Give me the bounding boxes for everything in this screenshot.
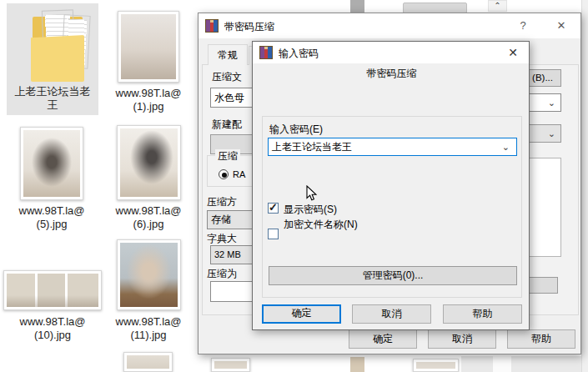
encrypt-names-checkbox[interactable] xyxy=(268,229,279,239)
folder-icon xyxy=(31,10,88,83)
format-group-label: 压缩 xyxy=(215,149,240,163)
winrar-icon xyxy=(259,46,273,59)
photo-thumbnail xyxy=(20,127,83,200)
file-item[interactable]: www.98T.la@ (1).jpg xyxy=(115,11,182,114)
file-name-bottom: (11).jpg xyxy=(115,329,182,342)
password-dialog-titlebar[interactable]: 输入密码 ✕ xyxy=(253,42,529,63)
background-area xyxy=(493,356,511,372)
compress-dialog-title: 带密码压缩 xyxy=(224,20,274,34)
winrar-icon xyxy=(205,19,219,33)
show-password-checkbox[interactable]: ✓ xyxy=(268,203,279,214)
file-name-bottom: (6).jpg xyxy=(115,218,182,231)
file-name-bottom: (5).jpg xyxy=(18,218,85,231)
file-item[interactable]: www.98T.la@ (5).jpg xyxy=(18,127,85,231)
compress-dialog-titlebar[interactable]: 带密码压缩 ? ✕ xyxy=(199,13,580,38)
show-password-label: 显示密码(S) xyxy=(284,203,337,217)
check-icon: ✓ xyxy=(269,201,278,214)
file-name-top: www.98T.la@ xyxy=(3,315,102,329)
file-name-top: www.98T.la@ xyxy=(18,204,85,218)
background-window-fragment xyxy=(350,0,364,13)
chevron-down-icon: ⌄ xyxy=(548,94,555,111)
scroll-up-button[interactable]: ⌃ xyxy=(488,0,507,12)
photo-thumbnail-partial[interactable] xyxy=(413,359,459,372)
manage-passwords-button[interactable]: 管理密码(0)... xyxy=(269,266,517,285)
password-dialog-title: 输入密码 xyxy=(279,47,319,61)
help-titlebar-button[interactable]: ? xyxy=(514,19,532,32)
method-label: 压缩方 xyxy=(207,195,237,209)
help-button[interactable]: 帮助 xyxy=(443,304,522,324)
photo-thumbnail xyxy=(118,11,179,83)
ok-button[interactable]: 确定 xyxy=(262,304,341,324)
close-icon[interactable]: ✕ xyxy=(552,19,570,32)
file-name-top: www.98T.la@ xyxy=(115,315,182,329)
cancel-button[interactable]: 取消 xyxy=(352,304,431,324)
mouse-cursor xyxy=(306,185,317,204)
password-label: 输入密码(E) xyxy=(269,123,323,137)
folder-item[interactable]: 上老王论坛当老 王 xyxy=(7,3,98,115)
profile-label: 新建配 xyxy=(212,118,242,132)
file-item[interactable]: www.98T.la@ (10).jpg xyxy=(3,270,102,350)
file-name-top: www.98T.la@ xyxy=(115,87,182,100)
file-name-bottom: (1).jpg xyxy=(115,100,182,113)
password-dialog: 输入密码 ✕ 带密码压缩 输入密码(E) 上老王论坛当老王 ⌄ ✓ 显示密码(S… xyxy=(252,41,530,330)
explorer-scrollbar[interactable] xyxy=(581,0,588,372)
photo-thumbnail xyxy=(117,125,181,200)
background-area xyxy=(461,356,581,372)
file-name-top: www.98T.la@ xyxy=(115,204,182,218)
photo-thumbnail-partial[interactable] xyxy=(211,358,250,372)
folder-name-line2: 王 xyxy=(10,98,95,112)
encrypt-names-label: 加密文件名称(N) xyxy=(284,218,358,232)
photo-thumbnail xyxy=(3,270,102,310)
volume-label: 压缩为 xyxy=(207,267,237,281)
help-button[interactable]: 帮助 xyxy=(507,329,575,349)
photo-thumbnail-partial[interactable] xyxy=(350,357,364,372)
ok-button[interactable]: 确定 xyxy=(349,329,417,349)
format-rar-label: RA xyxy=(233,169,245,179)
file-item[interactable]: www.98T.la@ (11).jpg xyxy=(115,239,182,350)
format-rar-radio[interactable] xyxy=(219,169,229,179)
archive-name-label: 压缩文 xyxy=(212,70,242,84)
file-name-bottom: (10).jpg xyxy=(3,329,102,342)
photo-thumbnail-partial[interactable] xyxy=(123,352,173,372)
dictionary-label: 字典大 xyxy=(207,232,237,246)
cancel-button[interactable]: 取消 xyxy=(428,329,496,349)
chevron-down-icon: ⌄ xyxy=(502,138,510,155)
close-icon[interactable]: ✕ xyxy=(505,46,520,59)
photo-thumbnail xyxy=(117,239,181,310)
file-item[interactable]: www.98T.la@ (6).jpg xyxy=(115,125,182,231)
chevron-down-icon: ⌄ xyxy=(548,125,555,142)
password-input[interactable]: 上老王论坛当老王 ⌄ xyxy=(268,138,517,156)
folder-name-line1: 上老王论坛当老 xyxy=(10,85,95,98)
chevron-up-icon: ⌃ xyxy=(494,1,500,10)
password-dialog-heading: 带密码压缩 xyxy=(253,67,530,81)
screen: ⌃ 上老王论坛当老 王 www.98T.la@ (1).jpg www.98T. xyxy=(0,0,588,372)
tab-general[interactable]: 常规 xyxy=(208,44,248,65)
